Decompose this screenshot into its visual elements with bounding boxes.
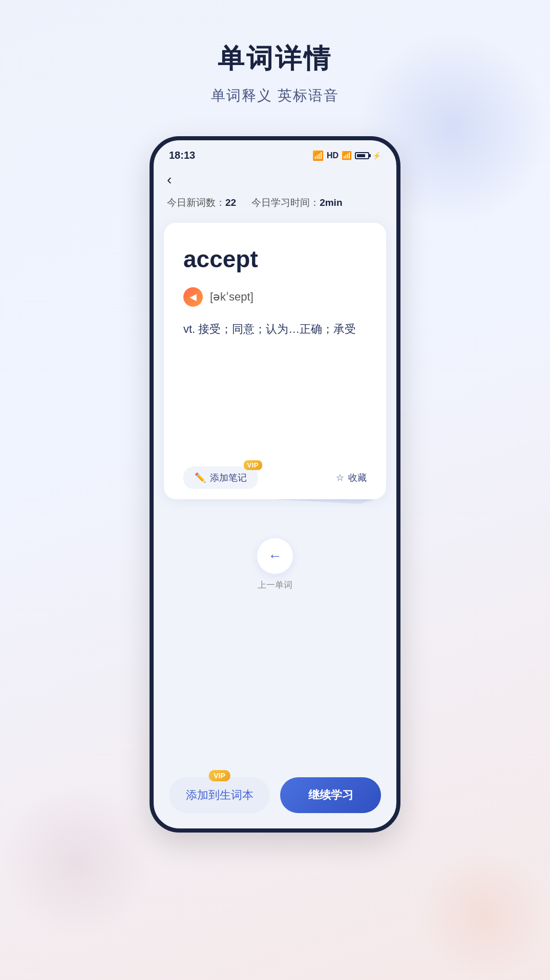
word-english: accept: [183, 245, 367, 273]
back-button[interactable]: ‹: [154, 166, 396, 193]
card-actions: ✏️ 添加笔记 VIP ☆ 收藏: [164, 456, 386, 499]
phonetic-text: [əkˈsept]: [210, 290, 253, 304]
prev-label: 上一单词: [258, 579, 292, 591]
phonetic-row: ◀ [əkˈsept]: [183, 287, 367, 307]
status-icons: 📶 HD 📶 ⚡: [312, 150, 381, 161]
star-icon: ☆: [336, 472, 344, 483]
note-icon: ✏️: [195, 472, 206, 483]
vip-badge-bottom: VIP: [208, 770, 230, 781]
add-vocab-button[interactable]: VIP 添加到生词本: [169, 777, 270, 813]
word-card: accept ◀ [əkˈsept] vt. 接受；同意；认为…正确；承受 ✏️…: [164, 223, 386, 499]
status-bar: 18:13 📶 HD 📶 ⚡: [154, 140, 396, 166]
left-arrow-icon: ←: [268, 548, 282, 564]
background-blob-3: [417, 847, 550, 980]
charge-icon: ⚡: [372, 152, 381, 160]
vip-badge: VIP: [244, 460, 262, 470]
card-area: accept ◀ [əkˈsept] vt. 接受；同意；认为…正确；承受 ✏️…: [164, 223, 386, 520]
word-definition: vt. 接受；同意；认为…正确；承受: [183, 319, 367, 339]
speaker-icon: ◀: [189, 291, 197, 303]
battery-icon: [355, 152, 369, 159]
prev-word-button[interactable]: ←: [257, 538, 293, 574]
sound-icon[interactable]: ◀: [183, 287, 203, 307]
stats-bar: 今日新词数：22 今日学习时间：2min: [154, 193, 396, 218]
new-words-stat: 今日新词数：22: [167, 196, 236, 209]
wifi-icon: 📶: [312, 150, 324, 161]
add-note-button[interactable]: ✏️ 添加笔记 VIP: [183, 466, 258, 489]
status-time: 18:13: [169, 150, 195, 161]
bottom-actions: VIP 添加到生词本 继续学习: [154, 777, 396, 813]
hd-label: HD: [327, 151, 339, 160]
back-arrow-icon: ‹: [167, 172, 172, 187]
continue-button[interactable]: 继续学习: [280, 777, 381, 813]
navigation-area: ← 上一单词: [154, 538, 396, 591]
phone-frame: 18:13 📶 HD 📶 ⚡ ‹ 今日新词数：22 今日学习时间：2min: [150, 136, 400, 833]
background-blob-2: [0, 785, 154, 939]
study-time-stat: 今日学习时间：2min: [251, 196, 342, 209]
signal-icon: 📶: [342, 151, 352, 160]
phone-wrapper: 18:13 📶 HD 📶 ⚡ ‹ 今日新词数：22 今日学习时间：2min: [0, 136, 550, 833]
collect-button[interactable]: ☆ 收藏: [336, 472, 367, 484]
